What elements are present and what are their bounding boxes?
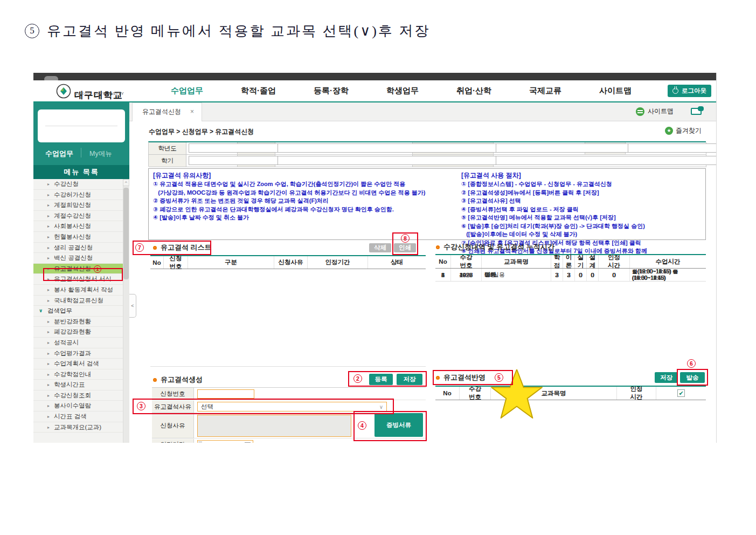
sidebar-item[interactable]: ▸수업계획서 검색 <box>33 359 123 369</box>
menu-arrow-icon: ▸ <box>47 232 50 243</box>
favorite-link[interactable]: ★ 즐겨찾기 <box>665 126 702 135</box>
sidebar-item[interactable]: ▸수강신청조회 <box>33 390 123 401</box>
table-row[interactable]: 64026과학33000금(09:00~10:15) 금(10:30~11:45… <box>435 269 706 282</box>
menu-arrow-icon: ▸ <box>47 190 50 201</box>
sidebar-item[interactable]: ▸헌혈봉사신청 <box>33 232 123 243</box>
scrollbar-thumb[interactable] <box>123 188 129 279</box>
enrollment-header: No수강 번호교과목명학 점이 론실 기설 계인정 시간수업시간 <box>435 254 706 269</box>
sidebar-item[interactable]: ▸시간표 검색 <box>33 411 123 422</box>
menu-arrow-icon: ▸ <box>47 179 50 190</box>
notice-right-title: [유고결석 사용 절차] <box>461 171 705 180</box>
field-label-semester: 학기 <box>149 155 186 167</box>
sidebar-item[interactable]: ▸계절희망신청 <box>33 200 123 211</box>
sidebar-tab-work[interactable]: 수업업무 <box>45 149 73 159</box>
annotation-number-1: 1 <box>94 265 101 273</box>
sidebar-item[interactable]: ▸국내학점교류신청 <box>33 296 123 306</box>
table-cell: 6 <box>435 269 450 281</box>
apply-no-input[interactable] <box>197 389 254 399</box>
tab-close-icon[interactable]: × <box>190 103 194 121</box>
menu-arrow-icon: ▸ <box>47 359 50 369</box>
create-save-button[interactable]: 저장 <box>397 374 422 385</box>
sidebar-item[interactable]: ▸교과목개요(교과) <box>33 422 123 433</box>
column-header: 수업시간 <box>629 255 706 268</box>
reason-type-select[interactable]: 선택 ∨ <box>197 402 387 411</box>
menu-arrow-icon: ▸ <box>47 221 50 232</box>
profile-card-divider <box>45 126 117 126</box>
notice-line: ⑥ [발송]후 [승인]처리 대기(학과(부)장 승인) -> 단과대학 행정실… <box>461 222 705 231</box>
print-button[interactable]: 인쇄 <box>394 243 416 252</box>
column-header: 신청 번호 <box>163 256 188 269</box>
site-header: 대구대학교 DAEGU UNIVERSITY 수업업무학적·졸업등록·장학학생업… <box>33 80 717 101</box>
scroll-up-arrow[interactable]: ^ <box>123 179 129 186</box>
logout-button[interactable]: 로그아웃 <box>668 85 711 97</box>
sitemap-link[interactable]: 사이트맵 <box>636 107 674 116</box>
sidebar-item-label: 검색업무 <box>47 307 72 314</box>
sidebar-item[interactable]: ▸유고결석신청서 서식 <box>33 274 123 285</box>
apply-reason-textarea[interactable] <box>197 415 351 437</box>
popup-window-icon[interactable] <box>691 108 702 115</box>
sidebar-item-label: 분반강좌현황 <box>54 318 91 325</box>
period-end-input[interactable] <box>197 440 253 443</box>
select-all-checkbox[interactable]: ✔ <box>677 389 685 397</box>
sidebar-item[interactable]: ▸백신 공결신청 <box>33 253 123 264</box>
sidebar-item[interactable]: ▸수강학점안내 <box>33 369 123 380</box>
sidebar-item[interactable]: ▸학생시간표 <box>33 380 123 390</box>
delete-button[interactable]: 삭제 <box>369 243 391 252</box>
sidebar-item-label: 수강학점안내 <box>54 371 91 378</box>
sidebar-item-label: 수강신청 <box>54 181 79 187</box>
notice-line: ① 유고결석 적용은 대면수업 및 실시간 Zoom 수업, 학습기간(출석인정… <box>153 180 460 189</box>
nav-item[interactable]: 학생업무 <box>386 86 419 96</box>
tab-absence-application[interactable]: 유고결석신청 × <box>132 102 202 121</box>
column-header: 수강 번호 <box>450 255 481 268</box>
sidebar-item[interactable]: ▸분반강좌현황 <box>33 317 123 327</box>
sidebar-item[interactable]: ▸성적공시 <box>33 338 123 348</box>
nav-item[interactable]: 수업업무 <box>171 86 203 96</box>
table-cell: 3 <box>563 269 574 281</box>
column-header: No <box>150 256 163 269</box>
column-header: 이 론 <box>563 255 574 268</box>
annotation-number-6: 6 <box>687 359 696 368</box>
section-bullet-icon <box>436 376 440 380</box>
sidebar-item[interactable]: ▸폐강강좌현황 <box>33 327 123 338</box>
apply-save-button[interactable]: 저장 <box>655 372 678 383</box>
menu-arrow-icon: ▸ <box>47 264 50 275</box>
sidebar-item[interactable] <box>33 433 123 443</box>
nav-item[interactable]: 국제교류 <box>529 86 561 96</box>
register-button[interactable]: 등록 <box>369 374 393 385</box>
sidebar-item[interactable]: ▸유고결석신청1 <box>33 264 123 275</box>
sidebar-item[interactable]: ▸봉사 활동계획서 작성 <box>33 285 123 296</box>
sidebar-item-label: 시간표 검색 <box>54 413 87 420</box>
sidebar-item[interactable]: ∨검색업무 <box>33 306 123 317</box>
calendar-icon <box>245 442 251 443</box>
send-button[interactable]: 발송 <box>680 372 705 383</box>
nav-item[interactable]: 사이트맵 <box>599 86 632 96</box>
sidebar-item-label: 수업평가결과 <box>54 350 91 356</box>
major-input[interactable] <box>496 156 717 165</box>
column-header: 학 점 <box>551 255 563 268</box>
sidebar-tab-mymenu[interactable]: My메뉴 <box>89 149 112 159</box>
sidebar-item[interactable]: ▸수업평가결과 <box>33 348 123 359</box>
annotation-number-4: 4 <box>358 421 366 430</box>
nav-item[interactable]: 학적·졸업 <box>241 86 276 96</box>
sidebar-item[interactable]: ▸계절수강신청 <box>33 211 123 222</box>
table-cell: 과학 <box>481 269 551 281</box>
nav-item[interactable]: 등록·장학 <box>314 86 349 96</box>
sidebar-item[interactable]: ▸봉사이수열람 <box>33 401 123 411</box>
chevron-down-icon: ∨ <box>39 306 43 317</box>
table-cell: 금(09:00~10:15) 금(10:30~11:45) <box>629 269 706 281</box>
grade-input[interactable] <box>628 143 717 153</box>
evidence-button[interactable]: 증빙서류 <box>374 413 423 437</box>
sidebar-collapse-handle[interactable]: < <box>129 294 136 318</box>
table-cell: 3 <box>551 269 563 281</box>
sidebar-item[interactable]: ▸사회봉사신청 <box>33 221 123 232</box>
sidebar-item[interactable]: ▸생리 공결신청 <box>33 243 123 253</box>
sidebar-item[interactable]: ▸수강신청 <box>33 179 123 190</box>
absence-create-title-text: 유고결석생성 <box>161 375 203 385</box>
nav-item[interactable]: 취업·산학 <box>456 86 491 96</box>
column-header: 신청사유 <box>274 256 307 269</box>
notice-left-title: [유고결석 유의사항] <box>153 171 460 180</box>
sidebar-item[interactable]: ▸수강허가신청 <box>33 190 123 201</box>
sidebar-item-label: 유고결석신청 <box>54 265 91 272</box>
logout-label: 로그아웃 <box>682 87 706 95</box>
column-header: 구분 <box>188 256 274 269</box>
